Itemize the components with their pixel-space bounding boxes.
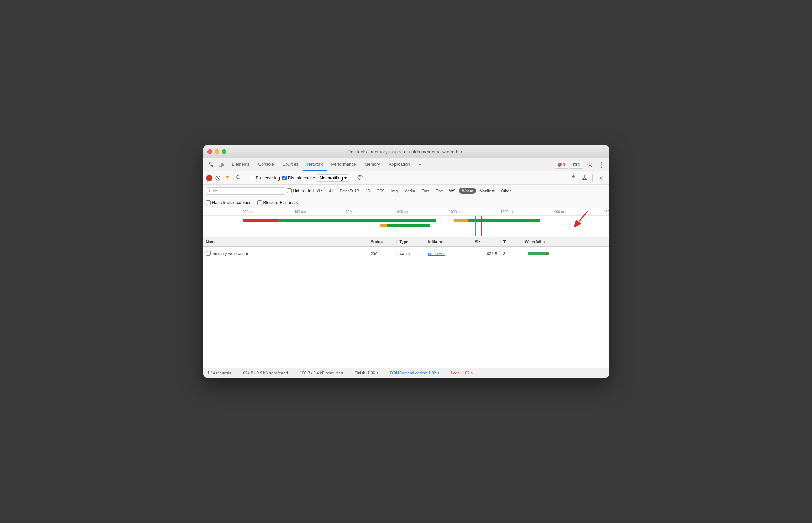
traffic-lights (207, 149, 226, 154)
empty-rows-area (203, 260, 609, 368)
filter-js[interactable]: JS (363, 188, 373, 194)
has-blocked-cookies-checkbox[interactable]: Has blocked cookies (206, 200, 252, 205)
svg-text:✕: ✕ (559, 163, 561, 167)
col-status[interactable]: Status (368, 240, 397, 244)
blocked-requests-checkbox[interactable]: Blocked Requests (257, 200, 298, 205)
network-toolbar: Preserve log Disable cache No throttling… (203, 171, 609, 185)
timeline-ruler: 200 ms 400 ms 600 ms 800 ms 1000 ms 1200… (203, 208, 609, 216)
status-resources: 160 B / 8.4 kB resources (300, 371, 343, 375)
filter-fetch-xhr[interactable]: Fetch/XHR (337, 188, 362, 194)
col-name[interactable]: Name (203, 240, 368, 244)
svg-line-8 (216, 177, 219, 179)
status-divider-3 (349, 370, 349, 376)
status-divider-5 (445, 370, 445, 376)
filter-other[interactable]: Other (498, 188, 514, 194)
table-row[interactable]: memory-write.wasm 200 wasm demo-w... 624… (203, 247, 609, 260)
upload-icon[interactable] (569, 174, 578, 182)
svg-marker-9 (225, 176, 230, 179)
tab-console[interactable]: Console (254, 159, 278, 171)
ruler-mark-800: 800 ms (397, 210, 449, 214)
col-type[interactable]: Type (397, 240, 425, 244)
message-count: 1 (578, 162, 581, 167)
preserve-log-checkbox[interactable]: Preserve log (250, 176, 280, 181)
td-waterfall (522, 252, 609, 255)
filter-media[interactable]: Media (401, 188, 418, 194)
tab-more[interactable]: » (414, 159, 425, 171)
minimize-button[interactable] (215, 149, 219, 154)
tab-application[interactable]: Application (384, 159, 414, 171)
wf-red-line (546, 253, 547, 255)
search-icon[interactable] (234, 174, 242, 182)
timeline-bar-1-green (278, 219, 436, 222)
devtools-window: DevTools - memory-inspector.glitch.me/de… (203, 145, 609, 378)
filter-input[interactable] (206, 187, 285, 195)
svg-point-12 (359, 179, 360, 180)
tab-memory[interactable]: Memory (360, 159, 384, 171)
devtools-tabs-bar: Elements Console Sources Network Perform… (203, 158, 609, 171)
network-settings-icon[interactable] (596, 173, 606, 183)
td-type: wasm (397, 251, 425, 256)
status-transferred: 624 B / 9.9 kB transferred (243, 371, 288, 375)
title-bar: DevTools - memory-inspector.glitch.me/de… (203, 145, 609, 158)
status-load: Load: 1.07 s (451, 371, 473, 375)
hide-data-urls-checkbox[interactable]: Hide data URLs (287, 188, 324, 193)
error-badge[interactable]: ✕ 1 (555, 161, 568, 169)
filter-img[interactable]: Img (388, 188, 401, 194)
settings-icon[interactable] (585, 160, 595, 170)
disable-cache-checkbox[interactable]: Disable cache (282, 176, 315, 181)
svg-rect-0 (219, 163, 222, 167)
toolbar-right: ✕ 1 💬 1 ⋮ (555, 160, 606, 170)
svg-rect-14 (582, 179, 587, 180)
clear-button[interactable] (215, 175, 221, 181)
timeline-tracks (243, 216, 609, 236)
col-time[interactable]: T... (501, 240, 522, 244)
filter-chips: Hide data URLs All Fetch/XHR JS CSS Img … (287, 188, 514, 194)
ruler-mark-1400: 1400 ms (552, 210, 604, 214)
blocked-row: Has blocked cookies Blocked Requests (203, 197, 609, 208)
col-size[interactable]: Size (472, 240, 501, 244)
td-time: 3... (501, 251, 522, 256)
svg-point-15 (600, 177, 602, 179)
filter-ws[interactable]: WS (446, 188, 459, 194)
record-button[interactable] (206, 175, 212, 181)
td-initiator[interactable]: demo-w... (425, 251, 472, 256)
inspect-element-icon[interactable] (206, 160, 216, 170)
device-mode-icon[interactable] (216, 160, 226, 170)
message-badge[interactable]: 💬 1 (570, 161, 583, 169)
filter-all[interactable]: All (326, 188, 336, 194)
timeline-vline-red (481, 216, 482, 236)
tab-performance[interactable]: Performance (327, 159, 360, 171)
wifi-icon (357, 175, 363, 181)
row-checkbox[interactable] (206, 251, 211, 256)
filter-css[interactable]: CSS (374, 188, 388, 194)
download-icon[interactable] (580, 174, 589, 182)
filter-manifest[interactable]: Manifest (477, 188, 497, 194)
svg-rect-13 (572, 179, 576, 179)
status-requests: 1 / 4 requests (207, 371, 231, 375)
maximize-button[interactable] (222, 149, 226, 154)
more-options-icon[interactable]: ⋮ (596, 160, 606, 170)
tab-list: Elements Console Sources Network Perform… (228, 159, 555, 171)
tab-network[interactable]: Network (303, 159, 327, 171)
svg-rect-1 (222, 164, 223, 166)
wf-blue-line (545, 253, 545, 255)
svg-point-6 (589, 164, 591, 165)
filter-doc[interactable]: Doc (433, 188, 446, 194)
ruler-mark-1600: 1600 m (604, 210, 609, 214)
col-initiator[interactable]: Initiator (425, 240, 472, 244)
close-button[interactable] (207, 149, 212, 154)
timeline-bar-1-red (243, 219, 278, 222)
filter-wasm[interactable]: Wasm (459, 188, 476, 194)
status-divider-4 (384, 370, 384, 376)
tab-elements[interactable]: Elements (228, 159, 254, 171)
status-divider-2 (294, 370, 294, 376)
throttling-dropdown-icon: ▾ (344, 176, 347, 181)
timeline-bar-2-green (387, 224, 430, 227)
ruler-mark-600: 600 ms (346, 210, 397, 214)
filter-icon[interactable] (223, 174, 232, 182)
table-header: Name Status Type Initiator Size T... Wat… (203, 237, 609, 247)
filter-font[interactable]: Font (419, 188, 432, 194)
tab-sources[interactable]: Sources (278, 159, 303, 171)
col-waterfall[interactable]: Waterfall ▲ (522, 240, 609, 244)
throttling-selector[interactable]: No throttling ▾ (317, 174, 349, 182)
